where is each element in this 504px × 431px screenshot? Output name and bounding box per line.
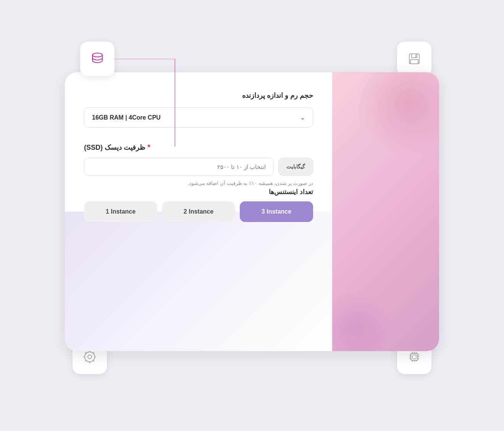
svg-line-14 <box>86 360 86 361</box>
instance-btn-2[interactable]: 2 Instance <box>162 201 235 222</box>
scene: حجم رم و اندازه پردازنده ⌄ 16GB RAM | 4C… <box>42 34 462 397</box>
svg-line-12 <box>93 360 94 361</box>
dropdown-selected-value: 16GB RAM | 4Core CPU <box>92 114 161 121</box>
card-content: حجم رم و اندازه پردازنده ⌄ 16GB RAM | 4C… <box>65 72 332 351</box>
instance-buttons-group: 3 Instance 2 Instance 1 Instance <box>84 201 313 222</box>
required-indicator: * <box>147 143 150 152</box>
dropdown-arrow-icon: ⌄ <box>300 114 305 121</box>
database-icon-card <box>80 42 115 76</box>
save-icon-card <box>397 42 431 76</box>
instance-btn-1[interactable]: 1 Instance <box>84 201 157 222</box>
ssd-unit-label: گیگابایت <box>278 158 313 176</box>
instance-section-wrapper: تعداد اینستنس‌ها 3 Instance 2 Instance 1… <box>84 201 313 222</box>
instance-section-label: تعداد اینستنس‌ها <box>269 188 313 196</box>
svg-rect-15 <box>411 353 418 360</box>
ram-section-title: حجم رم و اندازه پردازنده <box>84 91 313 100</box>
ssd-title-row: * ظرفیت دیسک (SSD) <box>84 143 313 152</box>
svg-point-0 <box>92 53 102 57</box>
svg-rect-3 <box>410 60 418 64</box>
svg-rect-16 <box>412 355 416 359</box>
ssd-capacity-input[interactable] <box>84 158 274 176</box>
instance-btn-3[interactable]: 3 Instance <box>240 201 313 222</box>
ssd-hint-text: در صورت پر شدن، همیشه ۱۰٪ به ظرفیت آن اض… <box>84 180 313 186</box>
svg-point-5 <box>88 355 92 359</box>
svg-line-13 <box>93 353 94 353</box>
ram-cpu-dropdown[interactable]: ⌄ 16GB RAM | 4Core CPU <box>84 107 313 128</box>
ssd-section-title: ظرفیت دیسک (SSD) <box>84 143 145 152</box>
main-card: حجم رم و اندازه پردازنده ⌄ 16GB RAM | 4C… <box>65 72 439 351</box>
svg-line-11 <box>86 353 86 353</box>
ssd-input-row: گیگابایت <box>84 158 313 176</box>
card-right-decoration <box>332 72 439 351</box>
